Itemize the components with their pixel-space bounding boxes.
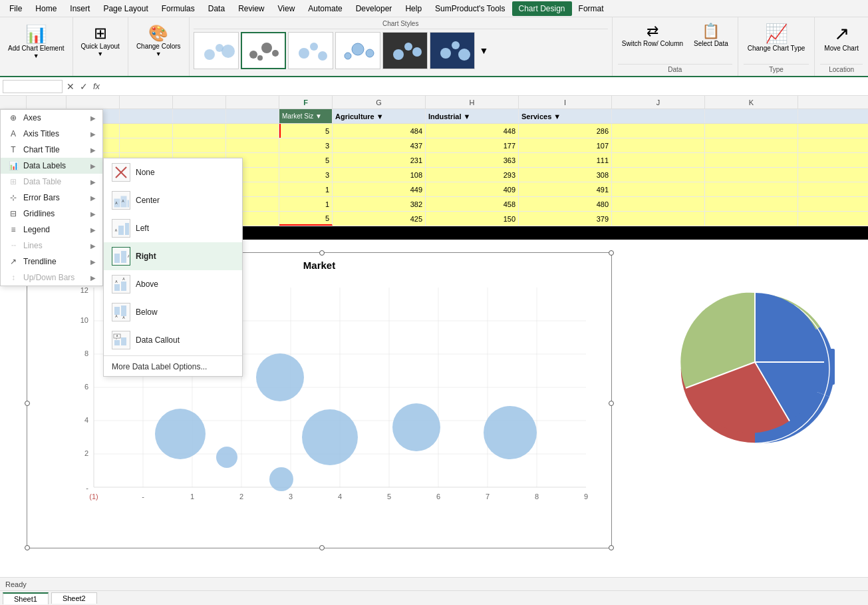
chart-menu-trendline[interactable]: ↗ Trendline ▶	[1, 254, 102, 270]
handle-top-center[interactable]	[319, 250, 325, 256]
formula-confirm-icon[interactable]: ✓	[78, 80, 89, 93]
cell-10-D[interactable]	[173, 109, 226, 123]
cell-12-K[interactable]	[705, 138, 798, 152]
cell-12-F[interactable]: 3	[279, 138, 333, 152]
cell-17-F[interactable]: 5	[279, 212, 333, 226]
handle-bottom-center[interactable]	[319, 545, 325, 550]
cell-11-I[interactable]: 286	[519, 124, 612, 138]
menu-home[interactable]: Home	[29, 1, 63, 16]
cell-16-I[interactable]: 480	[519, 197, 612, 211]
submenu-none[interactable]: None	[104, 158, 242, 186]
cell-14-F[interactable]: 3	[279, 168, 333, 182]
chart-styles-scroll-down[interactable]: ▼	[477, 44, 492, 57]
chart-style-1[interactable]	[194, 32, 239, 69]
submenu-more-options[interactable]: More Data Label Options...	[104, 357, 242, 376]
cell-12-J[interactable]	[612, 138, 705, 152]
menu-page-layout[interactable]: Page Layout	[96, 1, 154, 16]
cell-14-J[interactable]	[612, 168, 705, 182]
menu-insert[interactable]: Insert	[63, 1, 96, 16]
cell-13-H[interactable]: 363	[426, 153, 519, 167]
cell-13-G[interactable]: 231	[333, 153, 426, 167]
cell-12-E[interactable]	[226, 138, 279, 152]
cell-12-G[interactable]: 437	[333, 138, 426, 152]
cell-11-F[interactable]: 5	[279, 124, 333, 138]
chart-menu-error-bars[interactable]: ⊹ Error Bars ▶	[1, 190, 102, 206]
menu-sumproduct[interactable]: SumProduct's Tools	[428, 1, 511, 16]
cell-11-H[interactable]: 448	[426, 124, 519, 138]
cell-12-I[interactable]: 107	[519, 138, 612, 152]
chart-menu-chart-title[interactable]: T Chart Title ▶	[1, 142, 102, 158]
chart-style-6[interactable]	[430, 32, 475, 69]
cell-10-F[interactable]: Market Siz ▼	[279, 109, 333, 123]
cell-11-J[interactable]	[612, 124, 705, 138]
menu-file[interactable]: File	[3, 1, 29, 16]
formula-input[interactable]	[105, 82, 865, 91]
menu-developer[interactable]: Developer	[349, 1, 399, 16]
menu-automate[interactable]: Automate	[301, 1, 349, 16]
menu-view[interactable]: View	[271, 1, 302, 16]
chart-style-5[interactable]	[382, 32, 428, 69]
cell-13-K[interactable]	[705, 153, 798, 167]
cell-12-H[interactable]: 177	[426, 138, 519, 152]
chart-style-3[interactable]	[288, 32, 333, 69]
select-data-btn[interactable]: 📋 Select Data	[690, 20, 732, 51]
chart-menu-axis-titles[interactable]: A Axis Titles ▶	[1, 126, 102, 142]
cell-17-G[interactable]: 425	[333, 212, 426, 226]
cell-16-H[interactable]: 458	[426, 197, 519, 211]
switch-row-column-btn[interactable]: ⇄ Switch Row/ Column	[618, 20, 687, 51]
chart-menu-data-table[interactable]: ⊞ Data Table ▶	[1, 174, 102, 190]
cell-15-H[interactable]: 409	[426, 182, 519, 196]
cell-17-H[interactable]: 150	[426, 212, 519, 226]
cell-10-G[interactable]: Agriculture ▼	[333, 109, 426, 123]
submenu-above[interactable]: A A Above	[104, 270, 242, 298]
cell-10-E[interactable]	[226, 109, 279, 123]
cell-11-D[interactable]	[173, 124, 226, 138]
cell-15-J[interactable]	[612, 182, 705, 196]
cell-10-I[interactable]: Services ▼	[519, 109, 612, 123]
cell-16-K[interactable]	[705, 197, 798, 211]
cell-14-K[interactable]	[705, 168, 798, 182]
cell-13-F[interactable]: 5	[279, 153, 333, 167]
cell-12-C[interactable]	[120, 138, 173, 152]
change-colors-btn[interactable]: 🎨 Change Colors ▼	[134, 21, 184, 60]
cell-16-G[interactable]: 382	[333, 197, 426, 211]
cell-15-G[interactable]: 449	[333, 182, 426, 196]
handle-mid-right[interactable]	[609, 401, 614, 406]
cell-11-K[interactable]	[705, 124, 798, 138]
cell-14-G[interactable]: 108	[333, 168, 426, 182]
handle-bottom-right[interactable]	[609, 545, 614, 550]
submenu-right[interactable]: A Right	[104, 242, 242, 270]
cell-10-J[interactable]	[612, 109, 705, 123]
submenu-center[interactable]: A A Center	[104, 186, 242, 214]
formula-cancel-icon[interactable]: ✕	[65, 80, 76, 93]
formula-fx-icon[interactable]: fx	[92, 80, 101, 93]
chart-menu-gridlines[interactable]: ⊟ Gridlines ▶	[1, 206, 102, 222]
submenu-left[interactable]: A Left	[104, 214, 242, 242]
handle-mid-left[interactable]	[25, 401, 30, 406]
move-chart-btn[interactable]: ↗ Move Chart	[820, 20, 863, 55]
chart-menu-legend[interactable]: ≡ Legend ▶	[1, 222, 102, 238]
cell-10-H[interactable]: Industrial ▼	[426, 109, 519, 123]
cell-16-F[interactable]: 1	[279, 197, 333, 211]
change-chart-type-btn[interactable]: 📈 Change Chart Type	[744, 20, 809, 55]
submenu-data-callout[interactable]: A Data Callout	[104, 326, 242, 354]
cell-13-J[interactable]	[612, 153, 705, 167]
chart-menu-lines[interactable]: ╌ Lines ▶	[1, 238, 102, 254]
cell-14-H[interactable]: 293	[426, 168, 519, 182]
menu-help[interactable]: Help	[398, 1, 428, 16]
quick-layout-btn[interactable]: ⊞ Quick Layout ▼	[78, 21, 122, 60]
cell-15-F[interactable]: 1	[279, 182, 333, 196]
handle-bottom-left[interactable]	[25, 545, 30, 550]
cell-11-E[interactable]	[226, 124, 279, 138]
cell-10-C[interactable]	[120, 109, 173, 123]
cell-11-G[interactable]: 484	[333, 124, 426, 138]
cell-15-I[interactable]: 491	[519, 182, 612, 196]
cell-15-K[interactable]	[705, 182, 798, 196]
chart-menu-data-labels[interactable]: 📊 Data Labels ▶	[1, 158, 102, 174]
menu-chart-design[interactable]: Chart Design	[512, 1, 572, 16]
cell-14-I[interactable]: 308	[519, 168, 612, 182]
cell-17-J[interactable]	[612, 212, 705, 226]
add-chart-element-btn[interactable]: 📊 Add Chart Element ▼	[5, 21, 67, 62]
cell-13-I[interactable]: 111	[519, 153, 612, 167]
chart-menu-updown-bars[interactable]: ↕ Up/Down Bars ▶	[1, 270, 102, 286]
